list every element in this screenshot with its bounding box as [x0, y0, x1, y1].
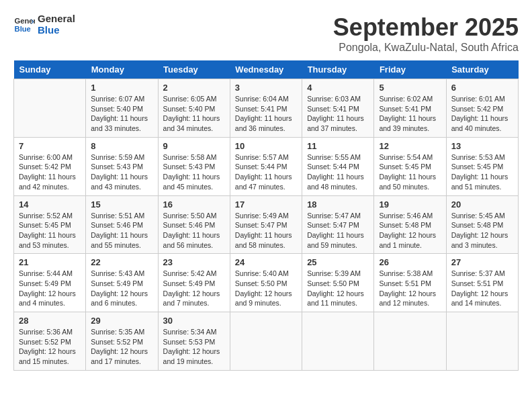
cell-info: Sunrise: 6:00 AM Sunset: 5:42 PM Dayligh…: [19, 152, 81, 192]
day-number: 11: [307, 141, 369, 151]
day-number: 25: [307, 257, 369, 267]
cell-info: Sunrise: 5:59 AM Sunset: 5:43 PM Dayligh…: [91, 152, 152, 192]
logo-general: General: [38, 13, 75, 25]
calendar-cell: 21Sunrise: 5:44 AM Sunset: 5:49 PM Dayli…: [14, 254, 86, 312]
col-header-thursday: Thursday: [302, 60, 374, 79]
day-number: 20: [451, 199, 513, 210]
calendar-cell: 30Sunrise: 5:34 AM Sunset: 5:53 PM Dayli…: [158, 312, 230, 371]
day-number: 18: [307, 199, 369, 210]
cell-info: Sunrise: 5:57 AM Sunset: 5:44 PM Dayligh…: [235, 152, 297, 192]
day-number: 16: [163, 199, 225, 210]
location-subtitle: Pongola, KwaZulu-Natal, South Africa: [333, 42, 519, 54]
cell-info: Sunrise: 5:47 AM Sunset: 5:47 PM Dayligh…: [307, 211, 369, 250]
calendar-cell: 23Sunrise: 5:42 AM Sunset: 5:49 PM Dayli…: [158, 254, 230, 312]
calendar-cell: 26Sunrise: 5:38 AM Sunset: 5:51 PM Dayli…: [374, 254, 446, 312]
calendar-cell: 2Sunrise: 6:05 AM Sunset: 5:40 PM Daylig…: [158, 79, 230, 138]
cell-info: Sunrise: 5:37 AM Sunset: 5:51 PM Dayligh…: [451, 269, 513, 308]
day-number: 14: [19, 199, 81, 210]
week-row-5: 28Sunrise: 5:36 AM Sunset: 5:52 PM Dayli…: [14, 312, 519, 371]
cell-info: Sunrise: 5:55 AM Sunset: 5:44 PM Dayligh…: [307, 152, 369, 192]
calendar-cell: 25Sunrise: 5:39 AM Sunset: 5:50 PM Dayli…: [302, 254, 374, 312]
cell-info: Sunrise: 5:58 AM Sunset: 5:43 PM Dayligh…: [163, 152, 225, 192]
day-number: 17: [235, 199, 297, 210]
col-header-saturday: Saturday: [446, 60, 518, 79]
day-number: 12: [379, 141, 441, 151]
calendar-cell: 28Sunrise: 5:36 AM Sunset: 5:52 PM Dayli…: [14, 312, 86, 371]
calendar-cell: [230, 312, 302, 371]
cell-info: Sunrise: 5:42 AM Sunset: 5:49 PM Dayligh…: [163, 269, 225, 308]
day-number: 5: [379, 83, 441, 93]
title-block: September 2025 Pongola, KwaZulu-Natal, S…: [333, 13, 519, 54]
calendar-cell: 22Sunrise: 5:43 AM Sunset: 5:49 PM Dayli…: [86, 254, 158, 312]
day-number: 27: [451, 257, 513, 267]
day-number: 3: [235, 83, 297, 93]
calendar-cell: 18Sunrise: 5:47 AM Sunset: 5:47 PM Dayli…: [302, 195, 374, 254]
day-number: 23: [163, 257, 225, 267]
day-number: 1: [91, 83, 152, 93]
col-header-wednesday: Wednesday: [230, 60, 302, 79]
calendar-cell: 16Sunrise: 5:50 AM Sunset: 5:46 PM Dayli…: [158, 195, 230, 254]
week-row-1: 1Sunrise: 6:07 AM Sunset: 5:40 PM Daylig…: [14, 79, 519, 138]
svg-text:Blue: Blue: [15, 24, 31, 32]
day-number: 9: [163, 141, 225, 151]
day-number: 29: [91, 316, 152, 326]
cell-info: Sunrise: 5:40 AM Sunset: 5:50 PM Dayligh…: [235, 269, 297, 308]
calendar-cell: 10Sunrise: 5:57 AM Sunset: 5:44 PM Dayli…: [230, 137, 302, 195]
calendar-cell: 12Sunrise: 5:54 AM Sunset: 5:45 PM Dayli…: [374, 137, 446, 195]
cell-info: Sunrise: 5:52 AM Sunset: 5:45 PM Dayligh…: [19, 211, 81, 250]
calendar-cell: 14Sunrise: 5:52 AM Sunset: 5:45 PM Dayli…: [14, 195, 86, 254]
cell-info: Sunrise: 5:51 AM Sunset: 5:46 PM Dayligh…: [91, 211, 152, 250]
calendar-cell: 5Sunrise: 6:02 AM Sunset: 5:41 PM Daylig…: [374, 79, 446, 138]
day-number: 10: [235, 141, 297, 151]
day-number: 19: [379, 199, 441, 210]
calendar-cell: 13Sunrise: 5:53 AM Sunset: 5:45 PM Dayli…: [446, 137, 518, 195]
day-number: 30: [163, 316, 225, 326]
cell-info: Sunrise: 6:03 AM Sunset: 5:41 PM Dayligh…: [307, 94, 369, 134]
cell-info: Sunrise: 5:39 AM Sunset: 5:50 PM Dayligh…: [307, 269, 369, 308]
day-number: 6: [451, 83, 513, 93]
day-number: 13: [451, 141, 513, 151]
calendar-cell: 15Sunrise: 5:51 AM Sunset: 5:46 PM Dayli…: [86, 195, 158, 254]
cell-info: Sunrise: 5:45 AM Sunset: 5:48 PM Dayligh…: [451, 211, 513, 250]
calendar-cell: 7Sunrise: 6:00 AM Sunset: 5:42 PM Daylig…: [14, 137, 86, 195]
calendar-cell: 19Sunrise: 5:46 AM Sunset: 5:48 PM Dayli…: [374, 195, 446, 254]
cell-info: Sunrise: 6:05 AM Sunset: 5:40 PM Dayligh…: [163, 94, 225, 134]
calendar-header-row: SundayMondayTuesdayWednesdayThursdayFrid…: [14, 60, 519, 79]
calendar-cell: 9Sunrise: 5:58 AM Sunset: 5:43 PM Daylig…: [158, 137, 230, 195]
calendar-cell: 17Sunrise: 5:49 AM Sunset: 5:47 PM Dayli…: [230, 195, 302, 254]
logo: General Blue General Blue: [13, 13, 75, 36]
calendar-cell: 1Sunrise: 6:07 AM Sunset: 5:40 PM Daylig…: [86, 79, 158, 138]
calendar-cell: [14, 79, 86, 138]
logo-icon: General Blue: [13, 14, 35, 36]
day-number: 7: [19, 141, 81, 151]
week-row-3: 14Sunrise: 5:52 AM Sunset: 5:45 PM Dayli…: [14, 195, 519, 254]
calendar-cell: [446, 312, 518, 371]
month-title: September 2025: [333, 13, 519, 42]
calendar-cell: 3Sunrise: 6:04 AM Sunset: 5:41 PM Daylig…: [230, 79, 302, 138]
cell-info: Sunrise: 5:54 AM Sunset: 5:45 PM Dayligh…: [379, 152, 441, 192]
day-number: 24: [235, 257, 297, 267]
day-number: 8: [91, 141, 152, 151]
calendar-cell: 27Sunrise: 5:37 AM Sunset: 5:51 PM Dayli…: [446, 254, 518, 312]
col-header-monday: Monday: [86, 60, 158, 79]
day-number: 26: [379, 257, 441, 267]
cell-info: Sunrise: 5:34 AM Sunset: 5:53 PM Dayligh…: [163, 327, 225, 367]
col-header-sunday: Sunday: [14, 60, 86, 79]
cell-info: Sunrise: 5:50 AM Sunset: 5:46 PM Dayligh…: [163, 211, 225, 250]
calendar-cell: [374, 312, 446, 371]
week-row-4: 21Sunrise: 5:44 AM Sunset: 5:49 PM Dayli…: [14, 254, 519, 312]
cell-info: Sunrise: 5:46 AM Sunset: 5:48 PM Dayligh…: [379, 211, 441, 250]
calendar-cell: 6Sunrise: 6:01 AM Sunset: 5:42 PM Daylig…: [446, 79, 518, 138]
page-header: General Blue General Blue September 2025…: [13, 13, 519, 54]
calendar-table: SundayMondayTuesdayWednesdayThursdayFrid…: [13, 60, 519, 371]
cell-info: Sunrise: 6:01 AM Sunset: 5:42 PM Dayligh…: [451, 94, 513, 134]
week-row-2: 7Sunrise: 6:00 AM Sunset: 5:42 PM Daylig…: [14, 137, 519, 195]
cell-info: Sunrise: 5:43 AM Sunset: 5:49 PM Dayligh…: [91, 269, 152, 308]
cell-info: Sunrise: 6:02 AM Sunset: 5:41 PM Dayligh…: [379, 94, 441, 134]
col-header-tuesday: Tuesday: [158, 60, 230, 79]
cell-info: Sunrise: 5:44 AM Sunset: 5:49 PM Dayligh…: [19, 269, 81, 308]
day-number: 28: [19, 316, 81, 326]
cell-info: Sunrise: 5:53 AM Sunset: 5:45 PM Dayligh…: [451, 152, 513, 192]
day-number: 2: [163, 83, 225, 93]
day-number: 4: [307, 83, 369, 93]
